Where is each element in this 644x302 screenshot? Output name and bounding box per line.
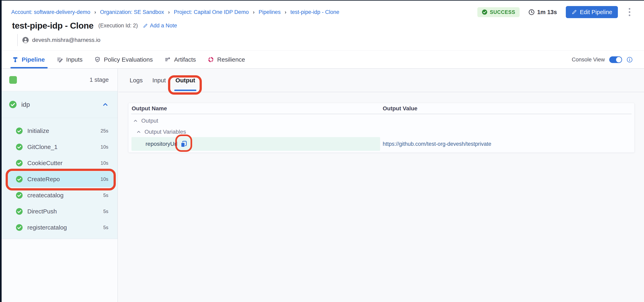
tab-output[interactable]: Output bbox=[176, 69, 195, 92]
step-registercatalog[interactable]: registercatalog 5s bbox=[2, 219, 118, 236]
breadcrumb-separator: › bbox=[168, 9, 170, 15]
breadcrumb-pipelines[interactable]: Pipelines bbox=[259, 9, 281, 15]
success-check-icon bbox=[16, 176, 23, 183]
collapsed-left-nav-strip bbox=[0, 0, 2, 302]
tab-policy-evaluations-label: Policy Evaluations bbox=[104, 56, 153, 63]
step-name: GitClone_1 bbox=[27, 139, 58, 155]
console-view-toggle[interactable] bbox=[609, 56, 622, 63]
primary-tabs: Pipeline Inputs Policy Evaluations Artif… bbox=[12, 51, 245, 68]
stage-group-label: idp bbox=[21, 101, 30, 108]
inputs-icon bbox=[56, 56, 63, 63]
chevron-up-icon[interactable] bbox=[102, 101, 109, 108]
success-check-icon bbox=[16, 192, 23, 199]
console-view-label: Console View bbox=[572, 57, 605, 63]
tab-pipeline[interactable]: Pipeline bbox=[12, 51, 45, 68]
step-name: DirectPush bbox=[27, 203, 57, 219]
pencil-icon bbox=[143, 23, 148, 28]
pencil-icon bbox=[572, 9, 577, 15]
artifacts-icon bbox=[164, 56, 171, 63]
column-output-name: Output Name bbox=[132, 103, 167, 114]
step-name: registercatalog bbox=[27, 219, 67, 236]
info-icon[interactable] bbox=[626, 57, 633, 63]
console-view-control: Console View bbox=[572, 51, 633, 68]
step-duration: 5s bbox=[103, 219, 108, 236]
pipeline-icon bbox=[12, 56, 18, 63]
tab-resilience[interactable]: Resilience bbox=[208, 51, 245, 68]
step-createrepo[interactable]: CreateRepo 10s bbox=[2, 171, 118, 187]
chevron-up-icon[interactable] bbox=[136, 129, 141, 134]
success-check-icon bbox=[16, 160, 23, 167]
edit-pipeline-button[interactable]: Edit Pipeline bbox=[566, 6, 618, 18]
step-duration: 10s bbox=[100, 171, 108, 187]
step-duration: 5s bbox=[103, 203, 108, 219]
page-title: test-pipe-idp - Clone bbox=[12, 21, 94, 31]
table-group-label: Output bbox=[141, 118, 158, 124]
step-detail-tabs: Logs Input Output bbox=[118, 69, 644, 92]
step-initialize[interactable]: Initialize 25s bbox=[2, 123, 118, 139]
tab-inputs-label: Inputs bbox=[66, 56, 82, 63]
step-gitclone[interactable]: GitClone_1 10s bbox=[2, 139, 118, 155]
title-row: test-pipe-idp - Clone (Execution Id: 2) … bbox=[12, 21, 177, 31]
success-check-icon bbox=[16, 127, 23, 134]
tab-inputs[interactable]: Inputs bbox=[56, 51, 82, 68]
output-variable-name: repositoryUrl bbox=[146, 137, 178, 151]
breadcrumb-account[interactable]: Account: software-delivery-demo bbox=[11, 9, 90, 15]
step-duration: 25s bbox=[100, 123, 108, 139]
breadcrumb: Account: software-delivery-demo › Organi… bbox=[11, 9, 339, 16]
execution-duration: 1m 13s bbox=[528, 9, 557, 16]
status-label: SUCCESS bbox=[490, 9, 515, 15]
tab-logs[interactable]: Logs bbox=[130, 69, 143, 92]
user-email: devesh.mishra@harness.io bbox=[32, 37, 100, 43]
status-badge: SUCCESS bbox=[477, 7, 520, 17]
success-check-icon bbox=[16, 208, 23, 215]
tab-policy-evaluations[interactable]: Policy Evaluations bbox=[94, 51, 153, 68]
tab-input[interactable]: Input bbox=[152, 69, 166, 92]
success-check-icon bbox=[9, 100, 17, 108]
breadcrumb-project[interactable]: Project: Capital One IDP Demo bbox=[174, 9, 249, 15]
primary-tabbar: Pipeline Inputs Policy Evaluations Artif… bbox=[2, 51, 644, 69]
column-output-value: Output Value bbox=[383, 103, 418, 114]
breadcrumb-organization[interactable]: Organization: SE Sandbox bbox=[100, 9, 164, 15]
step-duration: 5s bbox=[103, 187, 108, 203]
stage-group-idp[interactable]: idp bbox=[2, 91, 118, 118]
step-name: Initialize bbox=[27, 123, 49, 139]
tab-artifacts[interactable]: Artifacts bbox=[164, 51, 196, 68]
user-avatar-icon bbox=[22, 37, 29, 44]
step-detail-panel: Logs Input Output Output Name Output Val… bbox=[118, 69, 644, 302]
edit-pipeline-label: Edit Pipeline bbox=[580, 9, 612, 16]
duration-label: 1m 13s bbox=[537, 9, 557, 16]
step-name: CookieCutter bbox=[27, 155, 62, 171]
stage-step-panel: idp Initialize 25s GitClone_1 10s bbox=[2, 91, 118, 239]
success-check-icon bbox=[16, 143, 23, 150]
step-duration: 10s bbox=[100, 139, 108, 155]
copy-icon[interactable] bbox=[180, 140, 188, 148]
step-directpush[interactable]: DirectPush 5s bbox=[2, 203, 118, 219]
step-duration: 10s bbox=[100, 155, 108, 171]
chevron-up-icon[interactable] bbox=[133, 118, 138, 123]
step-cookiecutter[interactable]: CookieCutter 10s bbox=[2, 155, 118, 171]
table-group-output: Output bbox=[133, 116, 158, 125]
execution-header: Account: software-delivery-demo › Organi… bbox=[2, 1, 644, 51]
success-check-icon bbox=[482, 9, 488, 15]
output-table-card: Output Name Output Value Output Output V… bbox=[128, 103, 634, 153]
breadcrumb-separator: › bbox=[253, 9, 255, 15]
stage-status-square bbox=[9, 76, 17, 84]
add-note-label: Add a Note bbox=[150, 23, 177, 29]
tab-pipeline-label: Pipeline bbox=[22, 56, 45, 63]
step-createcatalog[interactable]: createcatalog 5s bbox=[2, 187, 118, 203]
add-note-link[interactable]: Add a Note bbox=[143, 23, 177, 29]
table-group-label: Output Variables bbox=[144, 129, 186, 135]
table-row-repositoryurl: repositoryUrl bbox=[132, 137, 380, 151]
output-table-header: Output Name Output Value bbox=[131, 103, 632, 114]
output-variable-value-link[interactable]: https://github.com/test-org-devesh/testp… bbox=[383, 137, 491, 151]
resilience-chaos-icon bbox=[208, 56, 214, 63]
step-name: createcatalog bbox=[27, 187, 64, 203]
breadcrumb-current-pipeline[interactable]: test-pipe-idp - Clone bbox=[290, 9, 339, 15]
more-options-menu[interactable] bbox=[627, 7, 632, 17]
clock-icon bbox=[528, 9, 535, 15]
header-actions: SUCCESS 1m 13s Edit Pipeline bbox=[477, 6, 632, 18]
window-top-edge bbox=[0, 0, 644, 1]
toggle-knob bbox=[616, 57, 622, 62]
stage-sidebar: 1 stage idp Initialize 25s bbox=[2, 69, 118, 302]
breadcrumb-separator: › bbox=[284, 9, 286, 15]
